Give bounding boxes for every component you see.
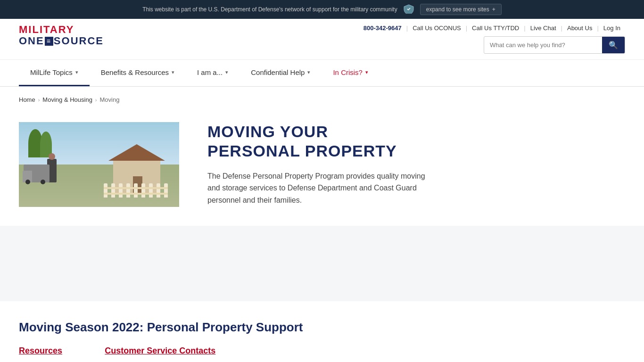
page-title: MOVING YOURPERSONAL PROPERTY	[207, 122, 434, 161]
expand-label: expand to see more sites	[426, 6, 489, 13]
nav-crisis[interactable]: In Crisis? ▾	[322, 60, 380, 86]
nav-benefits[interactable]: Benefits & Resources ▾	[90, 60, 186, 86]
chevron-down-icon: ▾	[365, 69, 368, 75]
nav-millife[interactable]: MilLife Topics ▾	[19, 60, 90, 86]
nav-iama[interactable]: I am a... ▾	[186, 60, 239, 86]
hero-section: MOVING YOURPERSONAL PROPERTY The Defense…	[0, 113, 644, 226]
breadcrumb-current: Moving	[100, 96, 120, 103]
chevron-down-icon: ▾	[172, 69, 174, 75]
logo-military: MILITARY	[19, 25, 104, 35]
chevron-down-icon: ▾	[75, 69, 78, 75]
log-in-link[interactable]: Log In	[599, 25, 625, 32]
two-column-layout: Resources Online Tools Customer Service …	[19, 346, 625, 362]
contacts-heading[interactable]: Customer Service Contacts	[105, 346, 215, 356]
nav-benefits-label: Benefits & Resources	[101, 68, 169, 76]
moving-season-title: Moving Season 2022: Personal Property Su…	[19, 320, 625, 335]
banner-text: This website is part of the U.S. Departm…	[142, 6, 397, 13]
nav-confidential-label: Confidential Help	[251, 68, 305, 76]
resources-heading[interactable]: Resources	[19, 346, 67, 356]
hero-description: The Defense Personal Property Program pr…	[207, 170, 434, 206]
about-us-link[interactable]: About Us	[562, 25, 597, 32]
top-banner: This website is part of the U.S. Departm…	[0, 0, 644, 19]
logo-source: SOURCE	[54, 35, 104, 47]
call-oconus-link[interactable]: Call Us OCONUS	[408, 25, 466, 32]
hero-image	[19, 122, 179, 207]
plus-icon: +	[492, 6, 495, 13]
search-bar: 🔍	[484, 36, 625, 54]
header-top-links: 800-342-9647 | Call Us OCONUS | Call Us …	[363, 25, 625, 32]
logo[interactable]: MILITARY ONE ≡ SOURCE	[19, 25, 104, 47]
search-icon: 🔍	[609, 41, 618, 49]
logo-onesource: ONE ≡ SOURCE	[19, 35, 104, 47]
site-header: MILITARY ONE ≡ SOURCE 800-342-9647 | Cal…	[0, 19, 644, 60]
moving-season-section: Moving Season 2022: Personal Property Su…	[0, 301, 644, 362]
breadcrumb-home[interactable]: Home	[19, 96, 35, 103]
main-nav: MilLife Topics ▾ Benefits & Resources ▾ …	[0, 60, 644, 87]
shield-icon	[403, 4, 414, 15]
logo-one: ONE	[19, 35, 44, 47]
header-right: 800-342-9647 | Call Us OCONUS | Call Us …	[363, 25, 625, 54]
resources-column: Resources Online Tools	[19, 346, 67, 362]
breadcrumb: Home › Moving & Housing › Moving	[0, 87, 644, 113]
breadcrumb-moving-housing[interactable]: Moving & Housing	[42, 96, 92, 103]
breadcrumb-separator: ›	[95, 97, 97, 103]
nav-crisis-label: In Crisis?	[333, 68, 363, 76]
call-tty-link[interactable]: Call Us TTY/TDD	[467, 25, 524, 32]
live-chat-link[interactable]: Live Chat	[526, 25, 561, 32]
nav-iama-label: I am a...	[197, 68, 223, 76]
chevron-down-icon: ▾	[307, 69, 310, 75]
nav-confidential[interactable]: Confidential Help ▾	[239, 60, 322, 86]
hero-text: MOVING YOURPERSONAL PROPERTY The Defense…	[207, 122, 434, 206]
search-input[interactable]	[484, 38, 602, 52]
chevron-down-icon: ▾	[225, 69, 228, 75]
expand-sites-button[interactable]: expand to see more sites +	[420, 4, 502, 15]
nav-millife-label: MilLife Topics	[30, 68, 73, 76]
logo-equals-icon: ≡	[45, 37, 53, 46]
search-button[interactable]: 🔍	[602, 37, 625, 53]
phone-link[interactable]: 800-342-9647	[363, 25, 406, 32]
contacts-column: Customer Service Contacts Local Transpor…	[105, 346, 215, 362]
breadcrumb-separator: ›	[38, 97, 40, 103]
gray-section	[0, 226, 644, 301]
